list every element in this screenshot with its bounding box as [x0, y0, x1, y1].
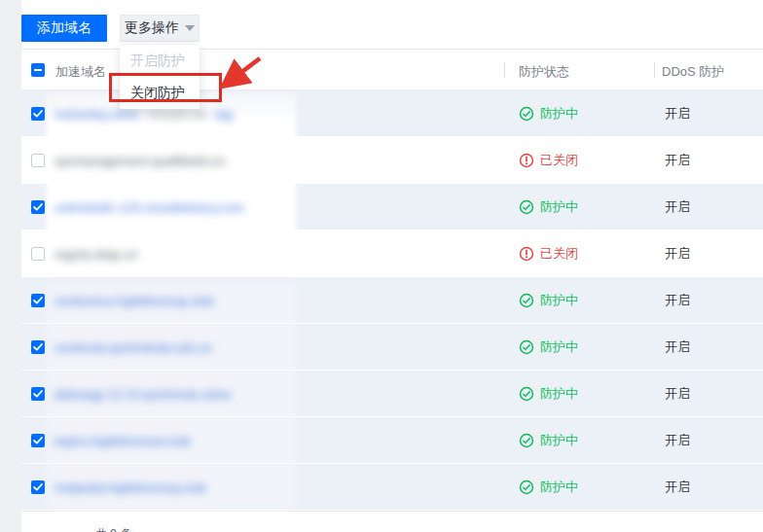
status-label: 防护中: [540, 479, 578, 496]
check-icon: [33, 437, 43, 444]
row-checkbox[interactable]: [31, 294, 45, 307]
domain-text-redacted[interactable]: unlimitedfc-125.clouddelivery.com: [54, 200, 244, 215]
chevron-down-icon: [185, 25, 195, 31]
status-badge: 已关闭: [519, 245, 578, 263]
table-row: wqmx.hqdelivcmuw.club 防护中 开启: [21, 417, 763, 464]
ddos-cell: 开启: [665, 90, 690, 137]
status-badge: 已关闭: [519, 152, 578, 169]
status-badge: 防护中: [519, 198, 578, 216]
row-checkbox[interactable]: [31, 247, 45, 261]
status-cell: 防护中: [519, 184, 578, 231]
check-circle-icon: [519, 339, 534, 355]
domain-table-body: mdrwnbq.cdnwremark.mktag 防护中 开启 spsmanag…: [21, 90, 763, 511]
status-label: 防护中: [540, 432, 578, 449]
add-domain-button[interactable]: 添加域名: [21, 15, 107, 42]
status-label: 防护中: [540, 198, 578, 216]
table-row: unlimitedfc-125.clouddelivery.com 防护中 开启: [21, 184, 763, 231]
more-actions-label: 更多操作: [125, 19, 179, 37]
content-card: 添加域名 更多操作 开启防护 关闭防护 加速域名 防护状态 DDoS 防护: [21, 0, 763, 532]
domain-cell: delivwqp-12-10.qzxhmste.cdnw: [54, 371, 231, 417]
select-all-checkbox[interactable]: [31, 63, 45, 77]
status-badge: 防护中: [519, 432, 578, 449]
status-cell: 防护中: [519, 464, 578, 511]
menu-item-disable-protection[interactable]: 关闭防护: [120, 77, 200, 109]
column-header-domain: 加速域名: [55, 63, 106, 81]
domain-cell: mstpedw.hqdelivcmuq.club: [54, 464, 205, 511]
check-circle-icon: [519, 293, 534, 308]
ddos-cell: 开启: [665, 277, 690, 324]
row-checkbox[interactable]: [31, 434, 45, 447]
row-checkbox[interactable]: [31, 387, 45, 401]
domain-cell: wqmx.hqdelivcmuw.club: [54, 417, 190, 464]
domain-text-redacted[interactable]: delivwqp-12-10.qzxhmste.cdnw: [54, 387, 231, 402]
status-label: 防护中: [540, 105, 578, 123]
status-cell: 防护中: [519, 371, 578, 417]
status-badge: 防护中: [519, 385, 578, 403]
total-count-label: 共 9 条: [95, 526, 131, 532]
row-checkbox[interactable]: [31, 107, 45, 121]
status-cell: 防护中: [519, 417, 578, 464]
domain-cell: unlimitedfc-125.clouddelivery.com: [54, 184, 244, 231]
status-label: 已关闭: [540, 245, 578, 263]
check-circle-icon: [519, 386, 534, 402]
status-badge: 防护中: [519, 105, 578, 123]
row-checkbox[interactable]: [31, 200, 45, 214]
domain-cell: contmsta.qzxhmkstw.cdn.cn: [54, 324, 212, 371]
status-cell: 防护中: [519, 324, 578, 371]
domain-cell: spsmanagement.qualifiedst.cn: [54, 137, 226, 184]
ddos-cell: 开启: [665, 137, 690, 184]
status-label: 防护中: [540, 338, 578, 356]
column-divider: [504, 62, 505, 78]
domain-text-redacted[interactable]: wqmx.hqdelivcmuw.club: [54, 434, 190, 448]
exclamation-circle-icon: [519, 153, 534, 168]
indeterminate-icon: [34, 69, 42, 71]
domain-text-redacted[interactable]: contoneso.hqdelivcmup.club: [54, 294, 214, 308]
domain-cell: mgztw.xbqu.cn: [54, 231, 138, 277]
status-label: 防护中: [540, 292, 578, 309]
row-checkbox[interactable]: [31, 340, 45, 354]
domain-text-redacted[interactable]: tag: [215, 107, 233, 122]
ddos-cell: 开启: [665, 231, 690, 277]
check-icon: [33, 110, 43, 118]
domain-text-redacted: spsmanagement.qualifiedst.cn: [54, 154, 226, 168]
status-cell: 已关闭: [519, 231, 578, 277]
ddos-cell: 开启: [665, 464, 690, 511]
status-badge: 防护中: [519, 479, 578, 496]
check-circle-icon: [519, 199, 534, 215]
table-row: spsmanagement.qualifiedst.cn 已关闭 开启: [21, 137, 763, 184]
table-row: contmsta.qzxhmkstw.cdn.cn 防护中 开启: [21, 324, 763, 371]
domain-text-redacted[interactable]: contmsta.qzxhmkstw.cdn.cn: [54, 340, 212, 355]
table-row: delivwqp-12-10.qzxhmste.cdnw 防护中 开启: [21, 371, 763, 417]
domain-text-redacted: mgztw.xbqu.cn: [54, 247, 138, 262]
exclamation-circle-icon: [519, 246, 534, 262]
table-row: mstpedw.hqdelivcmuq.club 防护中 开启: [21, 464, 763, 511]
row-checkbox[interactable]: [31, 154, 45, 167]
status-cell: 防护中: [519, 90, 578, 137]
more-actions-button[interactable]: 更多操作: [120, 15, 200, 42]
row-checkbox[interactable]: [31, 480, 45, 494]
status-label: 防护中: [540, 385, 578, 403]
column-header-ddos: DDoS 防护: [662, 63, 724, 81]
more-actions-menu: 开启防护 关闭防护: [120, 45, 200, 109]
check-circle-icon: [519, 106, 534, 122]
column-divider: [654, 62, 655, 78]
check-icon: [33, 297, 43, 304]
check-circle-icon: [519, 479, 534, 495]
domain-cell: contoneso.hqdelivcmup.club: [54, 277, 214, 324]
ddos-cell: 开启: [665, 324, 690, 371]
ddos-cell: 开启: [665, 184, 690, 231]
domain-text-redacted[interactable]: mstpedw.hqdelivcmuq.club: [54, 480, 205, 495]
ddos-cell: 开启: [665, 417, 690, 464]
status-cell: 防护中: [519, 277, 578, 324]
check-icon: [33, 343, 43, 351]
status-badge: 防护中: [519, 338, 578, 356]
ddos-cell: 开启: [665, 371, 690, 417]
status-label: 已关闭: [540, 152, 578, 169]
menu-item-enable-protection: 开启防护: [120, 45, 200, 77]
table-footer: 共 9 条: [21, 511, 763, 532]
check-icon: [33, 203, 43, 211]
check-icon: [33, 483, 43, 491]
table-row: mgztw.xbqu.cn 已关闭 开启: [21, 231, 763, 277]
column-header-status: 防护状态: [519, 63, 569, 81]
check-icon: [33, 390, 43, 398]
